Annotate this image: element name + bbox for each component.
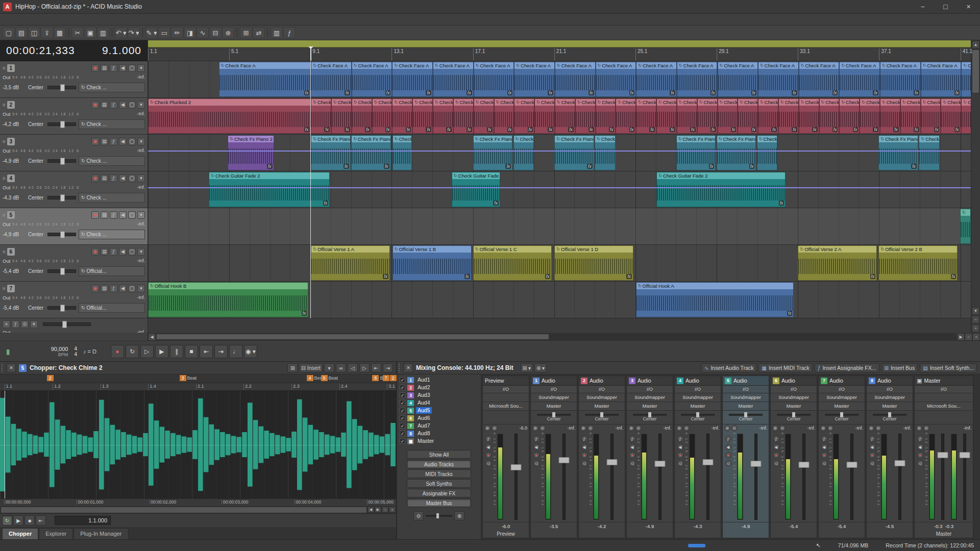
track-drag-handle-icon[interactable]: ≡	[3, 212, 6, 218]
phase-invert-icon[interactable]: ⊘	[628, 425, 634, 431]
pan-slider[interactable]	[585, 414, 619, 416]
audio-clip[interactable]: ↻Check Plucked 2 fx	[677, 98, 697, 134]
clip-fx-badge[interactable]: fx	[406, 127, 411, 132]
phase-invert-icon[interactable]: ⊘	[916, 425, 922, 431]
track-io-icon[interactable]: ▤	[101, 211, 108, 219]
mixer-filter-button[interactable]: Show All	[407, 450, 471, 459]
track-output-label[interactable]: Out	[3, 185, 10, 190]
insert-midi-track-button[interactable]: ▦Insert MIDI Track	[758, 363, 812, 372]
channel-mute-icon[interactable]: ◀	[869, 444, 875, 450]
horizontal-scroll-thumb[interactable]	[156, 334, 549, 340]
toolbar-button[interactable]	[112, 28, 112, 37]
visibility-checkbox[interactable]: ✓	[400, 438, 405, 444]
clip-fx-badge[interactable]: fx	[649, 127, 655, 132]
track-name[interactable]: ↻Official...	[79, 303, 145, 313]
beat-marker[interactable]: 3Beat	[180, 375, 197, 381]
track-output-label[interactable]: Out	[3, 221, 10, 227]
volume-fader[interactable]	[792, 433, 816, 521]
track-drag-handle-icon[interactable]: ≡	[3, 249, 6, 255]
clip-fx-badge[interactable]: fx	[626, 274, 632, 279]
track-io-icon[interactable]: ▤	[101, 285, 108, 292]
track-fx-icon[interactable]: ƒ	[110, 101, 117, 109]
audio-clip[interactable]: ↻Check Fx Piano 2 fx	[351, 135, 390, 170]
channel-input-monitor-icon[interactable]: ◁	[677, 460, 683, 466]
channel-input-monitor-icon[interactable]: ◁	[821, 460, 827, 466]
new-project-button[interactable]: ▢	[3, 27, 15, 38]
chopper-zoom-in-button[interactable]: +	[389, 507, 396, 513]
channel-mute-icon[interactable]: ◀	[821, 444, 827, 450]
clip-fx-badge[interactable]: fx	[951, 274, 957, 279]
automation-icon[interactable]: ⊙	[827, 425, 834, 431]
phase-invert-icon[interactable]: ⊘	[580, 425, 586, 431]
chopper-play-button[interactable]: ▶	[13, 515, 23, 525]
pan-slider[interactable]	[873, 414, 906, 416]
fader-thumb[interactable]	[60, 121, 65, 128]
track-menu-icon[interactable]: ▾	[137, 248, 145, 256]
track-lane-2[interactable]: ↻Check Plucked 2 fx ↻Check Plucked 2 fx	[148, 98, 971, 135]
channel-io-label[interactable]: I/O	[579, 386, 625, 393]
visibility-checkbox[interactable]: ✓	[400, 408, 405, 413]
chopper-shift-left-icon[interactable]: ⇤	[371, 363, 381, 372]
channel-fx-icon[interactable]: ƒ	[485, 436, 492, 442]
mixer-close-button[interactable]: ×	[404, 363, 413, 372]
bus-automation-icon[interactable]: ⊙	[21, 320, 29, 328]
mute-icon[interactable]: ◀	[119, 174, 127, 182]
channel-input-monitor-icon[interactable]: ◁	[629, 460, 635, 466]
zoom-tool-button[interactable]: ⊕	[222, 27, 234, 38]
clip-fx-badge[interactable]: fx	[710, 90, 716, 95]
output-device-selector[interactable]: Soundmapper	[867, 393, 913, 402]
mixer-filter-button[interactable]: Soft Synths	[407, 479, 471, 488]
track-volume-fader[interactable]	[47, 86, 76, 89]
visibility-checkbox[interactable]: ✓	[400, 415, 405, 421]
pan-thumb[interactable]	[792, 412, 795, 417]
output-device-selector[interactable]: Soundmapper	[819, 393, 865, 402]
clip-fx-badge[interactable]: fx	[548, 127, 553, 132]
track-header[interactable]: ≡ 5 ◉▤ƒ◀◯▾ Out 54 48 42 36 30 24 18 12 6…	[0, 208, 148, 245]
audio-clip[interactable]: ↻Check Face A fx	[392, 62, 433, 97]
channel-mute-icon[interactable]: ◀	[917, 444, 923, 450]
fader-thumb[interactable]	[558, 457, 569, 463]
clip-fx-badge[interactable]: fx	[528, 127, 533, 132]
clip-fx-badge[interactable]: fx	[609, 127, 615, 132]
channel-record-arm-icon[interactable]: ●	[725, 452, 731, 458]
bus-assignment-selector[interactable]: Master	[771, 402, 817, 411]
audio-clip[interactable]: ↻Check Plucked 2 fx	[819, 98, 840, 134]
track-volume-fader[interactable]	[47, 269, 76, 273]
mixer-channel-strip[interactable]: 8 Audio I/O Soundmapper Master Center	[866, 375, 913, 538]
mixer-channel-strip[interactable]: 4 Audio I/O Soundmapper Master Center	[674, 375, 721, 538]
chopper-halve-selection-icon[interactable]: ◁	[348, 363, 358, 372]
track-drag-handle-icon[interactable]: ≡	[3, 65, 6, 71]
audio-clip[interactable]: ↻Check Fx Piano 2 fx	[717, 135, 756, 170]
beat-marker[interactable]: 5Beat	[321, 375, 338, 381]
audio-clip[interactable]: ↻Check Face A fx	[636, 62, 677, 97]
channel-io-label[interactable]: I/O	[867, 386, 913, 393]
audio-clip[interactable]: ↻Check Face A fx	[758, 62, 799, 97]
audio-clip[interactable]: ↻Check Plucked 2 fx	[372, 98, 393, 134]
mixer-channel-strip[interactable]: 2 Audio I/O Soundmapper Master Center	[578, 375, 625, 538]
mixer-channel-strip[interactable]: ▣ Master I/O Microsoft Sou...	[914, 375, 973, 538]
clip-fx-badge[interactable]: fx	[911, 164, 917, 169]
audio-clip[interactable]: ↻Check Fx Piano 2 fx	[554, 135, 594, 170]
audio-clip[interactable]: ↻Official Hook B fx	[148, 282, 308, 317]
fader-thumb[interactable]	[60, 194, 65, 202]
audio-clip[interactable]: ↻Check Plucked 2 fx	[697, 98, 718, 134]
clip-fx-badge[interactable]: fx	[787, 311, 793, 316]
track-volume-fader[interactable]	[47, 306, 76, 310]
channel-mute-icon[interactable]: ◀	[773, 444, 779, 450]
solo-icon[interactable]: ◯	[128, 248, 136, 256]
track-fx-icon[interactable]: ƒ	[110, 211, 117, 219]
track-name[interactable]: ↻Check ...	[79, 119, 145, 129]
bus-assignment-selector[interactable]: Microsoft Sou...	[483, 402, 529, 411]
track-output-label[interactable]: Out	[3, 74, 10, 80]
record-arm-icon[interactable]: ◉	[91, 248, 99, 256]
audio-clip[interactable]: ↻Official Verse 2 A fx	[798, 245, 877, 281]
maximize-button[interactable]: □	[934, 0, 957, 13]
mixer-track-item[interactable]: ✓ 6 Aud6	[399, 414, 479, 422]
solo-icon[interactable]: ◯	[128, 211, 136, 219]
pan-slider[interactable]	[681, 414, 715, 416]
record-arm-icon[interactable]: ◉	[91, 285, 99, 292]
phase-invert-icon[interactable]: ⊘	[676, 425, 682, 431]
clip-fx-badge[interactable]: fx	[304, 127, 310, 132]
channel-input-monitor-icon[interactable]: ◁	[773, 460, 779, 466]
bpm-value[interactable]: 90,000	[51, 346, 68, 353]
